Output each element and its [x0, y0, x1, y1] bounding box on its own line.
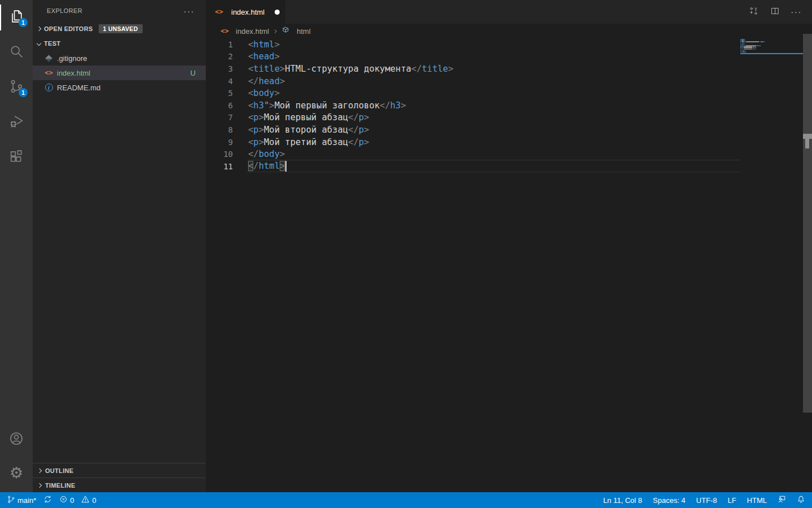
breadcrumb-item-html[interactable]: html — [281, 26, 311, 36]
code-line-10[interactable]: 10</body> — [206, 148, 812, 160]
tab-index-html[interactable]: <> index.html — [206, 0, 285, 24]
line-number: 5 — [206, 89, 233, 98]
editor-scrollbar[interactable] — [803, 34, 812, 413]
code-line-11[interactable]: 11</html> — [206, 160, 812, 173]
feedback-icon — [778, 495, 786, 505]
file-tree: .gitignore<>index.htmlUiREADME.md — [33, 51, 206, 95]
code-line-5[interactable]: 5<body> — [206, 87, 812, 99]
activity-bar: 11 ⚙ — [0, 0, 33, 492]
code-line-9[interactable]: 9<p>Мой третий абзац</p> — [206, 136, 812, 148]
breadcrumb-separator-icon — [273, 29, 277, 33]
section-outline[interactable]: OUTLINE — [33, 463, 206, 478]
activity-badge: 1 — [19, 88, 28, 97]
activity-badge: 1 — [19, 18, 28, 27]
editor-group: <> index.html ··· <>index.htmlhtml 1<htm… — [206, 0, 812, 492]
section-label: OUTLINE — [45, 467, 73, 474]
workspace-header[interactable]: TEST — [33, 36, 206, 51]
scrollbar-marker — [803, 134, 812, 148]
activity-item-extensions[interactable] — [0, 140, 33, 175]
status-lf[interactable]: LF — [727, 492, 736, 508]
code-line-8[interactable]: 8<p>Мой второй абзац</p> — [206, 124, 812, 136]
status-label: HTML — [747, 496, 767, 505]
breadcrumb: <>index.htmlhtml — [206, 24, 812, 38]
line-content: <p>Мой третий абзац</p> — [248, 137, 369, 147]
line-number: 2 — [206, 52, 233, 61]
code-line-3[interactable]: 3<title>HTML-структура документа</title> — [206, 63, 812, 75]
open-editors-header[interactable]: OPEN EDITORS 1 UNSAVED — [33, 21, 206, 36]
more-actions-icon[interactable]: ··· — [180, 6, 198, 16]
line-number: 6 — [206, 101, 233, 110]
line-content: <title>HTML-структура документа</title> — [248, 64, 453, 74]
editor-actions: ··· — [745, 0, 812, 24]
activity-item-search[interactable] — [0, 35, 33, 70]
line-number: 10 — [206, 150, 233, 159]
line-number: 8 — [206, 125, 233, 134]
split-editor-button[interactable] — [767, 4, 783, 20]
code-editor[interactable]: 1<html>2<head>3<title>HTML-структура док… — [206, 38, 812, 492]
line-content: </body> — [248, 149, 285, 159]
status-ln-11-col-8[interactable]: Ln 11, Col 8 — [603, 492, 642, 508]
status-0[interactable]: 0 — [59, 492, 74, 508]
ellipsis-button[interactable]: ··· — [788, 4, 804, 20]
breadcrumb-label: html — [297, 27, 311, 36]
code-line-7[interactable]: 7<p>Мой первый абзац</p> — [206, 112, 812, 124]
status-spaces-4[interactable]: Spaces: 4 — [653, 492, 686, 508]
code-line-1[interactable]: 1<html> — [206, 38, 812, 51]
sidebar-spacer — [33, 95, 206, 463]
status-bar: main*00 Ln 11, Col 8Spaces: 4UTF-8LFHTML — [0, 492, 812, 508]
account-icon — [8, 431, 24, 449]
file-name: README.md — [57, 84, 100, 92]
section-label: TIMELINE — [45, 482, 76, 489]
open-changes-button[interactable] — [745, 4, 761, 20]
status-feedback[interactable] — [778, 492, 786, 508]
search-icon — [8, 43, 24, 62]
file-name: .gitignore — [57, 54, 87, 63]
bell-icon — [797, 495, 805, 505]
activity-bar-top: 11 — [0, 0, 33, 423]
status-sync[interactable] — [43, 492, 52, 508]
code-line-6[interactable]: 6<h3">Мой первый заголовок</h3> — [206, 99, 812, 112]
extensions-icon — [8, 148, 24, 167]
line-content: <p>Мой второй абзац</p> — [248, 125, 369, 135]
status-label: Ln 11, Col 8 — [603, 496, 642, 505]
explorer-sidebar: EXPLORER ··· OPEN EDITORS 1 UNSAVED TEST… — [33, 0, 206, 492]
status-html[interactable]: HTML — [747, 492, 767, 508]
code-line-2[interactable]: 2<head> — [206, 51, 812, 63]
warning-icon — [81, 495, 90, 505]
tab-bar: <> index.html ··· — [206, 0, 812, 24]
tab-label: index.html — [231, 8, 264, 16]
section-timeline[interactable]: TIMELINE — [33, 478, 206, 492]
dirty-indicator[interactable] — [275, 10, 280, 15]
activity-item-explorer[interactable]: 1 — [0, 0, 33, 35]
split-editor-icon — [770, 6, 780, 18]
chevron-right-icon — [37, 468, 42, 472]
code-line-4[interactable]: 4</head> — [206, 75, 812, 87]
ellipsis-icon: ··· — [791, 7, 802, 17]
line-content: </head> — [248, 76, 285, 86]
chevron-right-icon — [37, 483, 42, 487]
text-cursor — [285, 161, 286, 172]
status-0[interactable]: 0 — [81, 492, 96, 508]
file-name: index.html — [57, 69, 90, 77]
breadcrumb-item-index.html[interactable]: <>index.html — [220, 27, 269, 36]
vscode-window: 11 ⚙ EXPLORER ··· OPEN EDITORS 1 UNSAVED… — [0, 0, 812, 508]
status-bar-left: main*00 — [7, 492, 96, 508]
file-item-README.md[interactable]: iREADME.md — [33, 80, 206, 95]
open-changes-icon — [749, 6, 758, 18]
chevron-down-icon — [37, 41, 41, 46]
file-item-.gitignore[interactable]: .gitignore — [33, 51, 206, 65]
activity-item-source-control[interactable]: 1 — [0, 70, 33, 105]
status-bell[interactable] — [797, 492, 805, 508]
git-status-badge: U — [191, 69, 206, 77]
status-utf-8[interactable]: UTF-8 — [696, 492, 717, 508]
activity-item-accounts[interactable] — [0, 423, 33, 456]
activity-item-run-debug[interactable] — [0, 105, 33, 140]
sidebar-title: EXPLORER — [47, 7, 82, 14]
status-main[interactable]: main* — [7, 492, 36, 508]
file-item-index.html[interactable]: <>index.htmlU — [33, 65, 206, 80]
line-number: 11 — [206, 162, 233, 171]
run-debug-icon — [8, 113, 24, 132]
status-label: main* — [17, 496, 36, 505]
minimap[interactable] — [740, 39, 803, 54]
activity-item-settings[interactable]: ⚙ — [0, 456, 33, 489]
